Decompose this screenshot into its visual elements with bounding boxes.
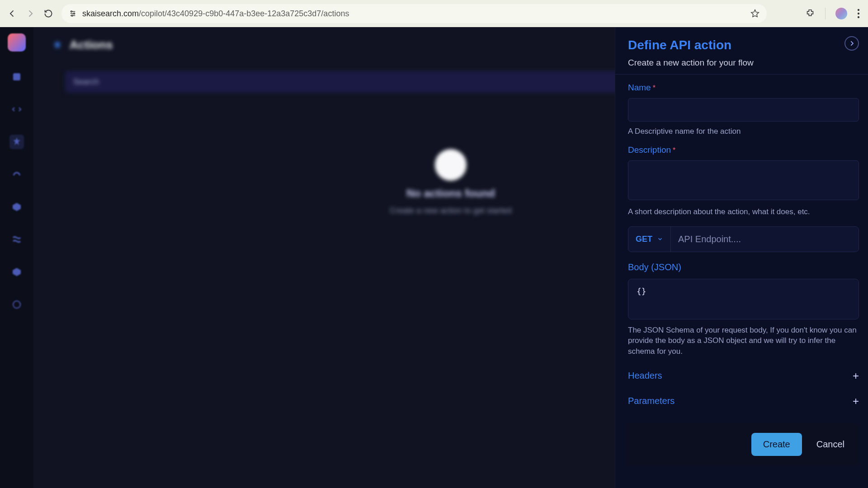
description-label: Description (628, 145, 671, 155)
rail-item-7[interactable] (9, 265, 24, 279)
profile-avatar[interactable] (835, 8, 847, 19)
add-header-icon: + (853, 370, 859, 382)
panel-subtitle: Create a new action for your flow (628, 58, 859, 68)
define-action-panel: Define API action Create a new action fo… (615, 27, 868, 488)
description-input[interactable] (628, 160, 859, 200)
body-json-value: {} (637, 286, 646, 296)
http-method-select[interactable]: GET (628, 227, 671, 252)
parameters-label: Parameters (628, 396, 675, 406)
reload-button[interactable] (43, 9, 53, 19)
extensions-icon[interactable] (805, 9, 815, 19)
svg-point-12 (13, 301, 20, 308)
body-hint: The JSON Schema of your request body, If… (628, 325, 859, 357)
name-label: Name (628, 83, 651, 92)
svg-marker-11 (13, 268, 21, 276)
create-button[interactable]: Create (751, 433, 802, 456)
endpoint-row: GET (628, 226, 859, 252)
body-label: Body (JSON) (628, 262, 859, 272)
required-asterisk: * (673, 146, 675, 154)
svg-point-6 (858, 9, 859, 11)
svg-rect-9 (13, 73, 20, 80)
rail-item-8[interactable] (9, 297, 24, 312)
empty-state-logo (435, 149, 467, 181)
rail-item-6[interactable] (9, 232, 24, 247)
name-input[interactable] (628, 98, 859, 122)
cancel-button[interactable]: Cancel (812, 433, 849, 456)
panel-footer: Create Cancel (628, 423, 859, 466)
description-hint: A short description about the action, wh… (628, 206, 859, 217)
rail-item-5[interactable] (9, 200, 24, 214)
empty-state-subtitle: Create a new action to get started (390, 206, 512, 216)
svg-point-8 (858, 16, 859, 18)
chrome-right-controls (805, 8, 863, 19)
bookmark-star-icon[interactable] (750, 9, 760, 18)
browser-chrome: skaisearch.com/copilot/43c40929-c9b0-447… (0, 0, 868, 27)
svg-point-7 (858, 13, 859, 14)
headers-label: Headers (628, 371, 662, 381)
browser-menu-icon[interactable] (857, 9, 860, 19)
svg-marker-10 (13, 203, 21, 211)
description-field: Description* A short description about t… (628, 145, 859, 217)
required-asterisk: * (653, 84, 656, 92)
headers-section[interactable]: Headers + (628, 370, 859, 382)
empty-state: No actions found Create a new action to … (390, 149, 512, 216)
site-settings-icon[interactable] (69, 9, 77, 18)
chevron-down-icon (657, 236, 663, 242)
url-text: skaisearch.com/copilot/43c40929-c9b0-447… (82, 9, 745, 19)
panel-title: Define API action (628, 38, 859, 52)
rail-item-actions[interactable] (9, 135, 24, 149)
name-hint: A Descriptive name for the action (628, 126, 859, 137)
empty-state-title: No actions found (406, 187, 495, 200)
separator (825, 8, 826, 19)
svg-point-5 (71, 15, 73, 16)
address-bar[interactable]: skaisearch.com/copilot/43c40929-c9b0-447… (61, 4, 767, 23)
forward-button[interactable] (25, 9, 35, 19)
left-rail (0, 27, 33, 488)
main-content: Actions Search No actions found Create a… (33, 27, 868, 488)
url-domain: skaisearch.com (82, 9, 139, 18)
rail-item-1[interactable] (9, 70, 24, 84)
rail-item-4[interactable] (9, 167, 24, 182)
url-path: /copilot/43c40929-c9b0-447a-b3ee-12a3a72… (139, 9, 349, 18)
divider (615, 74, 868, 75)
add-parameter-icon: + (853, 395, 859, 408)
page-title: Actions (70, 38, 113, 52)
back-button[interactable] (7, 9, 17, 19)
parameters-section[interactable]: Parameters + (628, 395, 859, 408)
app-logo[interactable] (8, 33, 26, 52)
svg-point-3 (71, 11, 72, 12)
http-method-value: GET (636, 235, 652, 244)
endpoint-input[interactable] (671, 227, 859, 252)
rail-item-2[interactable] (9, 102, 24, 117)
name-field: Name* A Descriptive name for the action (628, 83, 859, 137)
app-root: Actions Search No actions found Create a… (0, 27, 868, 488)
panel-collapse-button[interactable] (844, 36, 859, 51)
actions-icon (52, 39, 63, 51)
search-placeholder: Search (73, 77, 99, 87)
nav-buttons (7, 9, 53, 19)
svg-point-4 (74, 13, 75, 14)
body-json-input[interactable]: {} (628, 279, 859, 319)
